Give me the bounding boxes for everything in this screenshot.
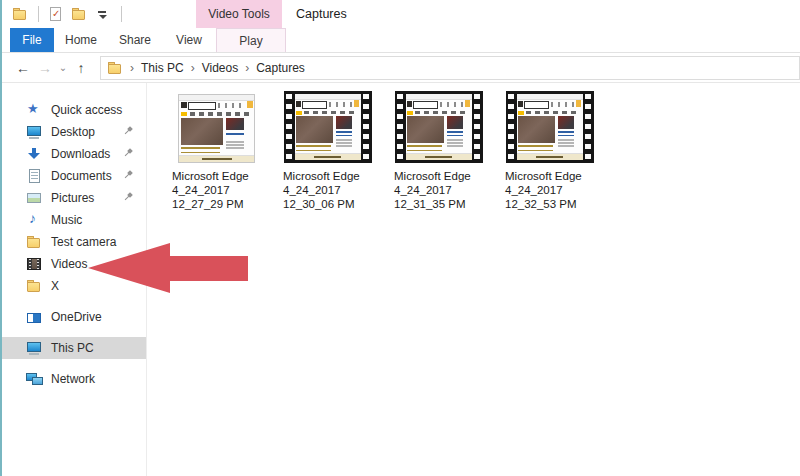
sidebar-item-desktop[interactable]: Desktop bbox=[0, 121, 146, 143]
filmstrip-video-thumbnail bbox=[284, 91, 372, 163]
breadcrumb-segment-captures[interactable]: › Captures bbox=[238, 61, 305, 75]
sidebar-item-videos[interactable]: Videos bbox=[0, 253, 146, 275]
breadcrumb-segment-label: This PC bbox=[141, 61, 184, 75]
file-name-label: Microsoft Edge 4_24_2017 12_31_35 PM bbox=[387, 169, 490, 211]
quick-access-toolbar-button[interactable] bbox=[43, 6, 67, 22]
file-item-microsoft-edge-4-24-2017-12-31-35-pm[interactable]: Microsoft Edge 4_24_2017 12_31_35 PM bbox=[387, 89, 490, 211]
ribbon-tab-file[interactable]: File bbox=[10, 28, 54, 52]
ribbon-tab-play[interactable]: Play bbox=[216, 28, 286, 52]
breadcrumb-chevron-icon: › bbox=[184, 61, 202, 75]
folder-icon bbox=[26, 279, 42, 293]
video-thumbnail-preview bbox=[295, 94, 361, 160]
sidebar-item-documents[interactable]: Documents bbox=[0, 165, 146, 187]
sidebar-item-label: Pictures bbox=[51, 191, 94, 205]
file-item-microsoft-edge-4-24-2017-12-27-29-pm[interactable]: Microsoft Edge 4_24_2017 12_27_29 PM bbox=[165, 89, 268, 211]
sidebar-item-pictures[interactable]: Pictures bbox=[0, 187, 146, 209]
sidebar-item-label: Desktop bbox=[51, 125, 95, 139]
filmstrip-video-thumbnail bbox=[395, 91, 483, 163]
pin-icon bbox=[123, 170, 134, 182]
file-list: Microsoft Edge 4_24_2017 12_27_29 PM bbox=[147, 83, 800, 476]
video-thumbnail-preview bbox=[517, 94, 583, 160]
file-name-label: Microsoft Edge 4_24_2017 12_30_06 PM bbox=[276, 169, 379, 211]
folder-icon bbox=[107, 61, 123, 75]
breadcrumb-chevron-icon: › bbox=[238, 61, 256, 75]
up-arrow-icon[interactable]: ↑ bbox=[70, 61, 92, 75]
ribbon-tab-share[interactable]: Share bbox=[108, 28, 162, 52]
file-name-label: Microsoft Edge 4_24_2017 12_32_53 PM bbox=[498, 169, 601, 211]
breadcrumb-segment-videos[interactable]: › Videos bbox=[184, 61, 238, 75]
title-bar: Video Tools Captures bbox=[0, 0, 800, 28]
ribbon-tab-label: Share bbox=[119, 33, 151, 47]
back-arrow-icon[interactable]: ← bbox=[12, 61, 34, 75]
onedrive-icon bbox=[26, 310, 42, 324]
breadcrumb-segment-label: Videos bbox=[202, 61, 238, 75]
video-tools-label: Video Tools bbox=[208, 7, 270, 21]
file-item-microsoft-edge-4-24-2017-12-30-06-pm[interactable]: Microsoft Edge 4_24_2017 12_30_06 PM bbox=[276, 89, 379, 211]
quick-access-toolbar-button[interactable] bbox=[91, 6, 122, 22]
document-icon bbox=[26, 169, 42, 183]
video-thumbnail-preview bbox=[179, 95, 254, 162]
folder-icon bbox=[71, 7, 87, 21]
sidebar-item-downloads[interactable]: Downloads bbox=[0, 143, 146, 165]
pin-icon bbox=[123, 148, 134, 160]
folder-icon bbox=[26, 235, 42, 249]
sidebar-item-label: Quick access bbox=[51, 103, 122, 117]
network-icon bbox=[26, 372, 42, 386]
sidebar-item-music[interactable]: Music bbox=[0, 209, 146, 231]
thumbnail-wrap bbox=[387, 89, 490, 163]
breadcrumb-chevron-icon: › bbox=[123, 61, 141, 75]
picture-icon bbox=[26, 191, 42, 205]
monitor-icon bbox=[26, 341, 42, 355]
thumbnail-wrap bbox=[165, 89, 268, 163]
download-icon bbox=[26, 147, 42, 161]
recent-locations-chevron-icon[interactable]: ⌄ bbox=[56, 63, 70, 73]
folder-icon bbox=[12, 7, 28, 21]
star-icon bbox=[26, 103, 42, 117]
sidebar-item-network[interactable]: Network bbox=[0, 368, 146, 390]
thumbnail-wrap bbox=[498, 89, 601, 163]
customize-toolbar-icon bbox=[95, 7, 111, 21]
explorer-content: Quick access Desktop Downloads Documents… bbox=[0, 83, 800, 476]
sidebar-item-label: Videos bbox=[51, 257, 87, 271]
forward-arrow-icon[interactable]: → bbox=[34, 61, 56, 75]
sidebar-item-this-pc[interactable]: This PC bbox=[0, 337, 146, 359]
sidebar-item-label: Music bbox=[51, 213, 82, 227]
address-bar[interactable]: › This PC › Videos › Captures bbox=[100, 56, 800, 80]
video-tools-contextual-tab[interactable]: Video Tools bbox=[196, 0, 282, 28]
navigation-bar: ← → ⌄ ↑ › This PC › Videos › Captures bbox=[0, 53, 800, 83]
video-icon bbox=[26, 257, 42, 271]
quick-access-toolbar-button[interactable] bbox=[67, 6, 91, 22]
sidebar-item-label: X bbox=[51, 279, 59, 293]
ribbon-tab-home[interactable]: Home bbox=[54, 28, 108, 52]
window-title: Captures bbox=[296, 0, 347, 28]
breadcrumb-segment-this-pc[interactable]: › This PC bbox=[123, 61, 184, 75]
pin-icon bbox=[123, 126, 134, 138]
sidebar-item-label: Test camera bbox=[51, 235, 116, 249]
thumbnail-wrap bbox=[276, 89, 379, 163]
sidebar-item-test-camera[interactable]: Test camera bbox=[0, 231, 146, 253]
filmstrip-video-thumbnail bbox=[506, 91, 594, 163]
ribbon-tab-label: Play bbox=[239, 34, 262, 48]
plain-video-thumbnail bbox=[178, 94, 255, 163]
sidebar-item-x[interactable]: X bbox=[0, 275, 146, 297]
music-icon bbox=[26, 213, 42, 227]
file-name-label: Microsoft Edge 4_24_2017 12_27_29 PM bbox=[165, 169, 268, 211]
checked-document-icon bbox=[47, 7, 63, 21]
ribbon-tab-label: File bbox=[22, 33, 41, 47]
sidebar-item-label: This PC bbox=[51, 341, 94, 355]
sidebar-item-label: OneDrive bbox=[51, 310, 102, 324]
quick-access-toolbar-button[interactable] bbox=[8, 6, 39, 22]
quick-access-toolbar bbox=[8, 0, 126, 28]
sidebar-item-onedrive[interactable]: OneDrive bbox=[0, 306, 146, 328]
pin-icon bbox=[123, 192, 134, 204]
ribbon-tab-label: View bbox=[176, 33, 202, 47]
sidebar-item-quick-access[interactable]: Quick access bbox=[0, 99, 146, 121]
sidebar-item-label: Downloads bbox=[51, 147, 110, 161]
sidebar-item-label: Documents bbox=[51, 169, 112, 183]
file-item-microsoft-edge-4-24-2017-12-32-53-pm[interactable]: Microsoft Edge 4_24_2017 12_32_53 PM bbox=[498, 89, 601, 211]
navigation-pane: Quick access Desktop Downloads Documents… bbox=[0, 83, 147, 476]
ribbon-tab-view[interactable]: View bbox=[162, 28, 216, 52]
sidebar-item-label: Network bbox=[51, 372, 95, 386]
breadcrumb-segment-label: Captures bbox=[256, 61, 305, 75]
breadcrumb: › This PC › Videos › Captures bbox=[123, 61, 305, 75]
